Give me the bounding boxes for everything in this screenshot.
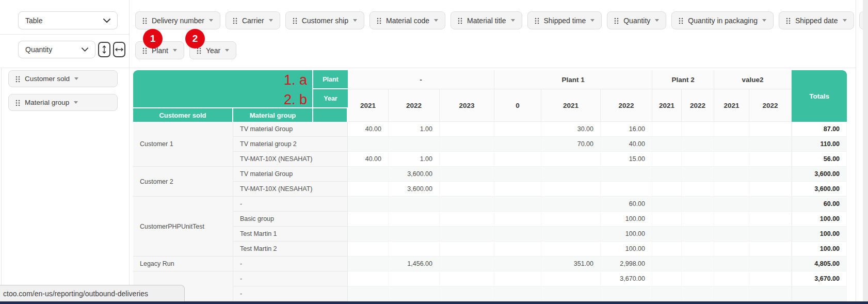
value-cell (749, 212, 792, 227)
value-cell (348, 197, 389, 212)
drag-handle-icon (293, 18, 297, 24)
material-cell: TV material group 2 (233, 137, 348, 152)
value-cell: 60.00 (601, 197, 652, 212)
row-total-cell: 100.00 (792, 227, 847, 242)
value-cell: 40.00 (601, 137, 652, 152)
value-cell (348, 212, 389, 227)
quantity-select[interactable]: Quantity (18, 41, 95, 58)
material-cell: - (233, 257, 348, 271)
field-chip-carrier[interactable]: Carrier (226, 11, 280, 29)
value-cell (494, 212, 541, 227)
value-cell (714, 182, 749, 197)
value-cell: 3,600.00 (389, 167, 440, 182)
value-cell (541, 286, 601, 301)
table-select-value: Table (25, 17, 42, 25)
value-cell: 40.00 (348, 122, 389, 137)
material-cell: Basic group (233, 212, 348, 227)
field-chip-material-title[interactable]: Material title (451, 11, 522, 29)
value-cell (541, 182, 601, 197)
field-chip-shipped-time[interactable]: Shipped time (527, 11, 602, 29)
chip-label: Year (206, 46, 220, 55)
pivot-row: Test Martin 1100.00100.00 (133, 227, 847, 242)
year-header-cell: 2021 (348, 89, 389, 122)
chevron-down-icon (843, 19, 847, 22)
year-header-cell: 2021 (541, 89, 601, 122)
customer-cell: CustomerPHPUnitTest (133, 197, 233, 257)
value-cell (652, 152, 682, 167)
field-chip-quantity[interactable]: Quantity (607, 11, 666, 29)
step-badge-2: 2 (185, 29, 205, 49)
material-cell: TV-MAT-10X (NESAHAT) (233, 152, 348, 167)
pivot-body: Customer 1TV material Group40.001.0030.0… (133, 122, 847, 301)
expand-horizontal-button[interactable] (113, 42, 125, 57)
chip-label: Quantity (623, 17, 650, 25)
value-cell: 30.00 (541, 122, 601, 137)
pivot-row: CustomerPHPUnitTest-60.0060.00 (133, 197, 847, 212)
value-cell (494, 152, 541, 167)
expand-vertical-button[interactable] (98, 42, 110, 57)
row-total-cell: 87.00 (792, 122, 847, 137)
value-cell: 16.00 (601, 122, 652, 137)
value-cell (494, 197, 541, 212)
value-cell (440, 197, 494, 212)
sidebar-divider (129, 0, 130, 301)
field-chip-shipped-date[interactable]: Shipped date (779, 11, 854, 29)
row-total-cell: 100.00 (792, 242, 847, 257)
value-cell (714, 242, 749, 257)
table-select[interactable]: Table (18, 11, 118, 29)
chevron-down-icon (434, 19, 438, 22)
chip-label: Material title (467, 17, 506, 25)
vertical-scrollbar[interactable] (863, 0, 868, 304)
chevron-down-icon (762, 19, 766, 22)
value-cell (714, 227, 749, 242)
value-cell: 3,670.00 (601, 271, 652, 286)
chevron-down-icon (225, 49, 229, 52)
row-field-chip-customer-sold[interactable]: Customer sold (8, 70, 118, 87)
value-cell (652, 197, 682, 212)
value-cell (389, 242, 440, 257)
value-cell (494, 242, 541, 257)
value-cell: 1.00 (389, 152, 440, 167)
row-field-chip-material-group[interactable]: Material group (8, 94, 118, 111)
drag-handle-icon (15, 76, 20, 83)
chevron-down-icon (82, 47, 88, 52)
arrows-horizontal-icon (115, 47, 123, 52)
row-fields-list: Customer soldMaterial group (8, 70, 118, 118)
value-cell (389, 137, 440, 152)
row-total-cell: 3,670.00 (792, 271, 847, 286)
arrows-vertical-icon (102, 45, 106, 54)
year-header-cell: 2022 (601, 89, 652, 122)
value-cell (749, 242, 792, 257)
value-cell (494, 271, 541, 286)
step-badge-1: 1 (143, 29, 163, 49)
year-header-cell: 2021 (714, 89, 749, 122)
value-cell (652, 257, 682, 271)
value-cell (714, 286, 749, 301)
value-cell (541, 227, 601, 242)
header-spacer-cell (313, 108, 348, 122)
drag-handle-icon (197, 47, 201, 54)
field-chip-delivery-number[interactable]: Delivery number (135, 11, 220, 29)
value-cell (494, 286, 541, 301)
field-chip-material-code[interactable]: Material code (369, 11, 445, 29)
panel-right-border (856, 0, 856, 301)
material-cell: - (233, 271, 348, 286)
annotation-2b: 2. b (284, 93, 307, 107)
material-cell: TV material Group (233, 122, 348, 137)
panel-left-border (1, 68, 2, 301)
value-cell (348, 227, 389, 242)
year-header-cell: 2022 (389, 89, 440, 122)
row-total-cell: 100.00 (792, 212, 847, 227)
drag-handle-icon (535, 18, 539, 24)
value-cell (494, 122, 541, 137)
badge-number: 1 (150, 33, 156, 44)
field-chip-customer-ship[interactable]: Customer ship (285, 11, 364, 29)
value-cell (440, 152, 494, 167)
chevron-down-icon (74, 77, 78, 80)
value-cell: 100.00 (601, 242, 652, 257)
value-cell (682, 257, 714, 271)
value-cell (494, 167, 541, 182)
value-cell (541, 212, 601, 227)
field-chip-quantity-in-packaging[interactable]: Quantity in packaging (671, 11, 774, 29)
row-total-cell: 4,805.00 (792, 257, 847, 271)
